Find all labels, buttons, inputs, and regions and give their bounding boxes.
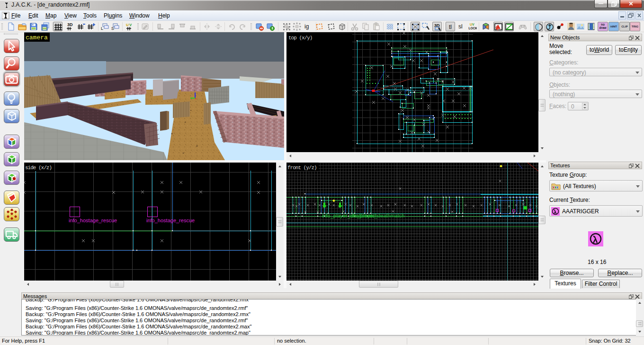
svg-text:side (x/z): side (x/z) [25, 165, 52, 171]
svg-text:LOCK: LOCK [469, 27, 477, 30]
svg-text:3D: 3D [67, 22, 73, 27]
svg-text:top (x/y): top (x/y) [288, 35, 312, 41]
svg-text:camera: camera [26, 34, 48, 41]
svg-text:info_hostage_rescue: info_hostage_rescue [69, 218, 117, 223]
svg-text:U: U [126, 23, 129, 27]
svg-text:front (y/z): front (y/z) [287, 165, 317, 171]
svg-text:info_player_deathmatch: info_player_deathmatch [349, 213, 404, 218]
svg-text:tl: tl [449, 24, 452, 30]
svg-text:L: L [101, 26, 103, 31]
svg-text:sl: sl [458, 23, 463, 30]
svg-text:S: S [111, 26, 114, 31]
svg-text:ig: ig [304, 23, 309, 30]
svg-text:UV: UV [470, 23, 474, 26]
svg-text:V: V [129, 23, 132, 27]
svg-text:info_hostage_rescue: info_hostage_rescue [146, 218, 195, 223]
